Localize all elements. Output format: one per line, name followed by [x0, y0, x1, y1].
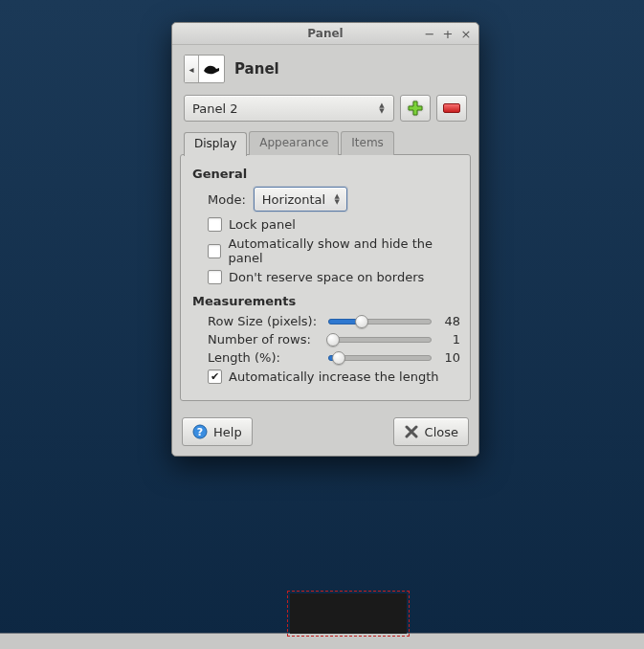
num-rows-slider[interactable]: [328, 333, 432, 347]
row-size-row: Row Size (pixels): 48: [208, 314, 460, 328]
tab-panel-display: General Mode: Horizontal ▲▼ Lock panel A…: [180, 154, 471, 401]
minus-icon: [443, 103, 460, 113]
length-row: Length (%): 10: [208, 350, 460, 365]
back-button[interactable]: ◂: [185, 56, 199, 82]
length-label: Length (%):: [208, 350, 322, 365]
dialog-header: ◂ Panel: [172, 45, 478, 91]
section-measurements-title: Measurements: [192, 294, 460, 308]
auto-length-checkbox[interactable]: [208, 369, 222, 384]
panel-select-value: Panel 2: [192, 101, 237, 116]
help-icon: ?: [192, 424, 208, 439]
row-size-label: Row Size (pixels):: [208, 314, 322, 328]
tab-display-label: Display: [194, 137, 236, 150]
autohide-checkbox[interactable]: [208, 244, 221, 258]
close-icon: [404, 424, 419, 439]
lock-panel-checkbox[interactable]: [208, 217, 222, 232]
no-borders-checkbox[interactable]: [208, 270, 222, 284]
autohide-label: Automatically show and hide the panel: [228, 236, 460, 265]
desktop-panel-bottom: [0, 633, 644, 649]
tab-items[interactable]: Items: [341, 131, 394, 155]
panel-selector-row: Panel 2 ▲▼: [172, 91, 478, 131]
section-general-title: General: [192, 167, 460, 181]
dialog-title: Panel: [234, 60, 279, 78]
panel-preferences-window: Panel − + × ◂ Panel Panel 2 ▲▼: [171, 22, 479, 457]
maximize-button[interactable]: +: [441, 27, 455, 40]
dialog-footer: ? Help Close: [172, 410, 478, 456]
length-value: 10: [437, 350, 460, 365]
mode-select[interactable]: Horizontal ▲▼: [254, 187, 347, 212]
mode-value: Horizontal: [262, 192, 325, 207]
panel-select-combo[interactable]: Panel 2 ▲▼: [184, 95, 394, 122]
combo-stepper-icon: ▲▼: [376, 102, 388, 114]
auto-length-row[interactable]: Automatically increase the length: [208, 369, 460, 384]
tabs-area: Display Appearance Items General Mode: H…: [180, 131, 471, 402]
header-icon: ◂: [184, 55, 225, 83]
svg-text:?: ?: [197, 426, 203, 438]
panel-app-icon: [199, 56, 224, 81]
mode-label: Mode:: [208, 192, 246, 207]
close-window-button[interactable]: ×: [459, 27, 473, 40]
tab-strip: Display Appearance Items: [184, 131, 471, 155]
help-button-label: Help: [213, 425, 242, 439]
autohide-row[interactable]: Automatically show and hide the panel: [208, 236, 460, 265]
panel-preview-outline[interactable]: [290, 593, 407, 634]
num-rows-value: 1: [437, 332, 460, 347]
length-slider[interactable]: [328, 351, 432, 365]
titlebar: Panel − + ×: [172, 23, 478, 45]
remove-panel-button[interactable]: [436, 95, 467, 122]
minimize-button[interactable]: −: [423, 27, 436, 40]
tab-appearance-label: Appearance: [259, 136, 328, 149]
add-panel-button[interactable]: [400, 95, 431, 122]
close-button-label: Close: [425, 425, 458, 439]
help-button[interactable]: ? Help: [182, 417, 253, 446]
num-rows-row: Number of rows: 1: [208, 332, 460, 347]
row-size-value: 48: [437, 314, 460, 328]
no-borders-label: Don't reserve space on borders: [229, 270, 424, 284]
mode-row: Mode: Horizontal ▲▼: [208, 187, 460, 212]
select-stepper-icon: ▲▼: [331, 193, 343, 205]
lock-panel-row[interactable]: Lock panel: [208, 217, 460, 232]
auto-length-label: Automatically increase the length: [229, 369, 439, 384]
close-button[interactable]: Close: [393, 417, 469, 446]
num-rows-label: Number of rows:: [208, 332, 322, 347]
row-size-slider[interactable]: [328, 315, 432, 328]
tab-appearance[interactable]: Appearance: [249, 131, 339, 155]
plus-icon: [408, 101, 423, 116]
window-buttons: − + ×: [423, 27, 473, 40]
lock-panel-label: Lock panel: [229, 217, 296, 232]
tab-display[interactable]: Display: [184, 132, 247, 156]
tab-items-label: Items: [351, 136, 384, 149]
no-borders-row[interactable]: Don't reserve space on borders: [208, 270, 460, 284]
